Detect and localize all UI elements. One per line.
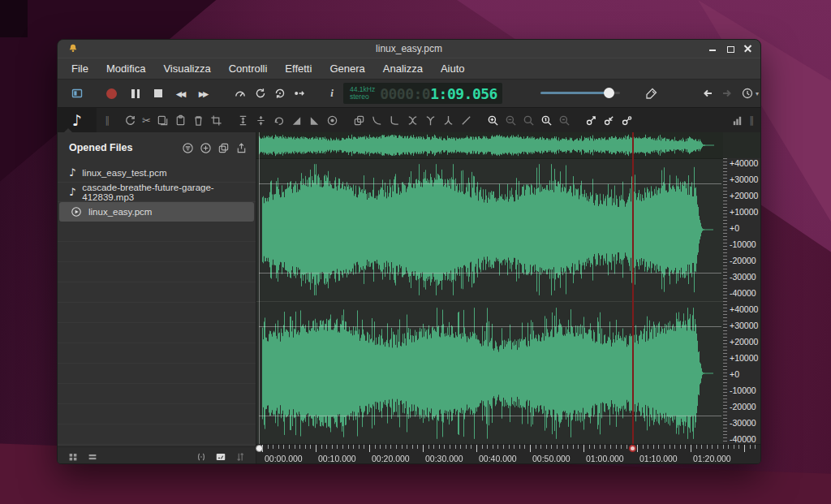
waveform-overview[interactable]	[256, 132, 723, 159]
duplicate-file-button[interactable]	[217, 142, 230, 154]
time-display[interactable]: 44.1kHz stereo 0000:01:09.056	[343, 83, 502, 104]
delete-button[interactable]	[192, 114, 205, 127]
amplitude-scale: +40000 +30000 +20000 +10000 +0 -10000 -2…	[723, 158, 761, 444]
scale-label: -30000	[730, 271, 756, 282]
fast-forward-button[interactable]: ▶▶	[194, 84, 213, 102]
list-empty-row	[58, 282, 256, 303]
trim-button[interactable]	[210, 114, 222, 127]
fade-in-button[interactable]	[291, 114, 303, 127]
grid-view-button[interactable]	[67, 451, 79, 463]
amplify-button[interactable]	[237, 114, 249, 127]
menu-file[interactable]: File	[62, 60, 97, 77]
redo-button[interactable]	[719, 84, 737, 102]
menu-aiuto[interactable]: Aiuto	[432, 60, 474, 77]
zoom-fit-button[interactable]	[523, 114, 535, 127]
menu-genera[interactable]: Genera	[321, 60, 373, 77]
minimize-button[interactable]	[708, 45, 717, 53]
filter-files-button[interactable]	[182, 142, 194, 154]
curve-j-tool[interactable]	[371, 114, 383, 127]
playhead-cursor[interactable]	[632, 132, 634, 444]
paste-button[interactable]	[174, 114, 187, 127]
repeat-button[interactable]	[271, 84, 289, 102]
scale-label: +20000	[730, 336, 758, 347]
undo-button[interactable]	[698, 84, 716, 102]
music-note-icon: ♪	[69, 166, 75, 179]
reload-button[interactable]	[124, 114, 136, 127]
toolbar-drag-handle[interactable]: ∥	[105, 114, 110, 126]
marker-out-button[interactable]	[585, 114, 597, 127]
line-tool[interactable]	[460, 114, 472, 127]
toolbar-drag-handle[interactable]: ∥	[749, 114, 754, 126]
scale-label: -30000	[730, 417, 756, 429]
sort-files-button[interactable]	[235, 451, 246, 463]
add-file-button[interactable]	[200, 142, 212, 154]
sidebar-status-bar	[58, 446, 256, 464]
menu-analizza[interactable]: Analizza	[374, 60, 432, 77]
marker-goto-button[interactable]	[621, 114, 633, 127]
selection-start-line	[259, 132, 260, 444]
menu-visualizza[interactable]: Visualizza	[154, 60, 219, 77]
format-indicator: 44.1kHz stereo	[343, 86, 380, 101]
timeline-ruler[interactable]: 00:00.000 00:10.000 00:20.000 00:30.000 …	[256, 444, 761, 464]
scale-label: -40000	[730, 287, 756, 299]
menu-modifica[interactable]: Modifica	[97, 60, 154, 77]
pen-tool-button[interactable]	[643, 84, 661, 102]
cut-button[interactable]: ✂	[142, 114, 151, 127]
volume-slider-handle[interactable]	[604, 88, 614, 98]
menu-effetti[interactable]: Effetti	[276, 60, 321, 77]
playback-speed-button[interactable]	[231, 84, 249, 102]
export-file-button[interactable]	[235, 142, 248, 154]
curve-y-inverted-tool[interactable]	[442, 114, 454, 127]
levels-button[interactable]	[731, 114, 743, 127]
loop-button[interactable]	[252, 84, 269, 102]
main-content: Opened Files ♪ linux_easy_test.pcm ♪ cas…	[58, 132, 760, 464]
scale-label: +40000	[730, 157, 758, 169]
zoom-in-button[interactable]	[487, 114, 499, 127]
zoom-selection-button[interactable]	[558, 114, 571, 127]
stop-button[interactable]	[149, 84, 167, 102]
list-empty-row	[58, 222, 256, 242]
rewind-button[interactable]: ◀◀	[171, 84, 191, 102]
curve-x-tool[interactable]	[407, 114, 419, 127]
waveform-view-toggle[interactable]	[215, 451, 226, 463]
file-row[interactable]: ♪ cascade-breathe-future-garage-412839.m…	[58, 183, 256, 202]
selection-start-marker[interactable]	[256, 445, 263, 452]
normalize-button[interactable]	[326, 114, 338, 127]
title-bar[interactable]: linux_easy.pcm	[58, 40, 760, 58]
pause-button[interactable]	[127, 84, 144, 102]
curve-l-tool[interactable]	[389, 114, 401, 127]
volume-slider[interactable]	[540, 92, 620, 94]
waveform-channel-left[interactable]	[256, 158, 723, 301]
close-button[interactable]	[744, 45, 752, 53]
zoom-out-button[interactable]	[505, 114, 517, 127]
marker-in-button[interactable]	[603, 114, 615, 127]
zoom-one-to-one-button[interactable]	[540, 114, 553, 127]
curve-y-tool[interactable]	[424, 114, 437, 127]
copy-button[interactable]	[157, 114, 169, 127]
maximize-button[interactable]	[726, 45, 734, 53]
mix-layers-button[interactable]	[353, 114, 365, 127]
history-button[interactable]	[738, 84, 756, 102]
file-row[interactable]: ♪ linux_easy_test.pcm	[58, 163, 256, 183]
reverse-button[interactable]	[273, 114, 285, 127]
split-button[interactable]	[255, 114, 267, 127]
waveform-channel-right[interactable]	[256, 301, 723, 445]
record-button[interactable]	[102, 84, 120, 102]
list-view-button[interactable]	[87, 451, 98, 463]
playhead-marker[interactable]	[629, 445, 636, 452]
wallpaper-corner	[0, 0, 28, 37]
fit-selection-button[interactable]	[196, 451, 207, 463]
overview-right-pad	[723, 132, 761, 159]
sidebar-toggle-button[interactable]	[68, 84, 86, 102]
app-bell-icon	[67, 43, 79, 54]
pause-icon	[131, 89, 139, 98]
history-dropdown-caret[interactable]: ▾	[756, 90, 759, 97]
menu-controlli[interactable]: Controlli	[220, 60, 277, 77]
play-from-cursor-button[interactable]	[291, 84, 308, 102]
timeline-label: 00:00.000	[265, 454, 303, 463]
fade-out-button[interactable]	[308, 114, 321, 127]
file-row-selected[interactable]: linux_easy.pcm	[59, 202, 254, 222]
info-button[interactable]: i	[323, 84, 341, 102]
timeline-label: 01:00.000	[586, 454, 624, 463]
timeline-label: 00:50.000	[532, 454, 571, 463]
